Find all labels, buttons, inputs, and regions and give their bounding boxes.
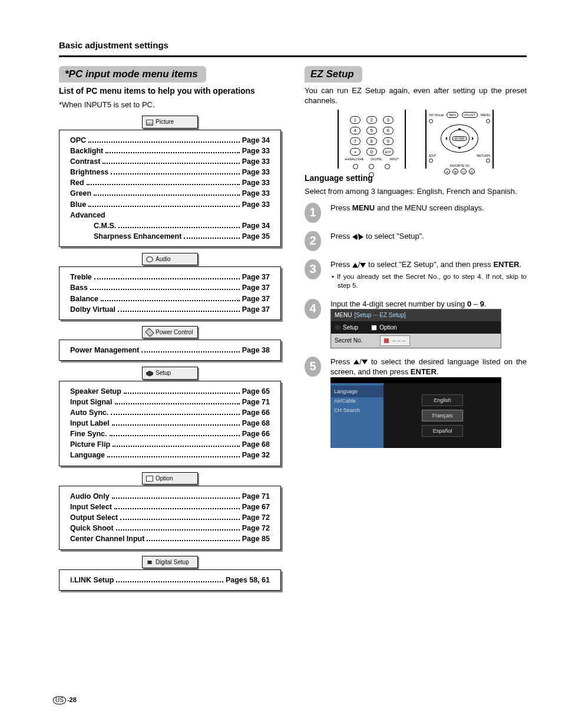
horizontal-rule — [59, 55, 527, 57]
left-column: *PC input mode menu items List of PC men… — [59, 66, 281, 687]
label-menu: MENU — [481, 113, 490, 117]
osd-side-language: Language — [330, 386, 384, 397]
dot-icon — [486, 159, 490, 163]
digital-setup-icon — [146, 559, 153, 565]
toc-box: i.LINK SetupPages 58, 61 — [59, 569, 281, 591]
toc-row: Center Channel InputPage 85 — [70, 533, 270, 544]
key-3: 3 — [383, 116, 394, 124]
toc-row: BalancePage 37 — [70, 294, 270, 304]
step-body: Press / to select "Setup". — [330, 231, 527, 242]
label-exit: EXIT — [429, 154, 436, 157]
osd-tab-setup: Setup — [335, 324, 358, 332]
toc-page: Page 66 — [242, 429, 270, 439]
toc-box: Power ManagementPage 38 — [59, 340, 281, 361]
dot-icon — [429, 159, 433, 163]
toc-page: Page 72 — [242, 512, 270, 523]
key-7: 7 — [350, 137, 361, 145]
arrow-left-icon — [444, 137, 447, 140]
label-analog: A•ANALOG•B — [345, 157, 363, 161]
toc-label: Input Signal — [70, 397, 113, 407]
arrow-up-icon — [458, 126, 461, 130]
remote-dpad-diagram: DD Virtual INFO CH LIST MENU ENTER EXITR… — [425, 110, 494, 169]
osd-side-aircable: Air/Cable — [334, 396, 380, 406]
toc-label: Sharpness Enhancement — [94, 231, 181, 242]
label-input: INPUT — [389, 157, 399, 161]
toc-page: Page 33 — [242, 156, 270, 167]
toc-page: Page 34 — [242, 220, 270, 231]
toc-page: Page 71 — [242, 491, 270, 502]
arrow-up-icon — [352, 263, 358, 268]
option-icon — [371, 325, 377, 331]
toc-page: Page 38 — [242, 345, 270, 355]
intro-text: You can run EZ Setup again, even after s… — [305, 86, 527, 106]
toc-label: Contrast — [70, 156, 100, 167]
step-body: Press / to select "EZ Setup", and then p… — [330, 259, 527, 291]
key-dot: • — [350, 148, 361, 156]
toc-page: Page 33 — [242, 177, 270, 188]
toc-row: Output SelectPage 72 — [70, 512, 270, 523]
toc-page: Page 33 — [242, 146, 270, 156]
leader-dots — [115, 403, 240, 404]
toc-row: GreenPage 33 — [70, 188, 270, 199]
abcd-row: ABCD — [428, 169, 491, 174]
page-number: US-28 — [53, 696, 77, 704]
toc-row: RedPage 33 — [70, 177, 270, 188]
toc-box: Speaker SetupPage 65Input SignalPage 71A… — [59, 381, 281, 466]
step: 4Input the 4-digit secret number by usin… — [305, 299, 527, 348]
toc-label: C.M.S. — [94, 220, 116, 231]
arrow-down-icon — [458, 147, 461, 151]
osd-tab-option: Option — [371, 324, 396, 332]
lang-desc: Select from among 3 languages: English, … — [305, 187, 527, 197]
toc-page: Page 32 — [242, 450, 270, 460]
toc-row: OPCPage 34 — [70, 135, 270, 146]
toc-row: Picture FlipPage 68 — [70, 439, 270, 450]
toc-label: Picture Flip — [70, 439, 110, 450]
toc-row: Sharpness EnhancementPage 35 — [70, 231, 270, 242]
toc-label: Output Select — [70, 512, 118, 523]
key-2: 2 — [366, 116, 377, 124]
leader-dots — [94, 195, 240, 196]
key-8: 8 — [366, 137, 377, 145]
toc-row: C.M.S.Page 34 — [70, 220, 270, 231]
toc-subhead: Advanced — [70, 210, 270, 220]
key-1: 1 — [350, 116, 361, 124]
step: 3Press / to select "EZ Setup", and then … — [305, 259, 527, 291]
toc-page: Page 33 — [242, 188, 270, 199]
leader-dots — [120, 519, 239, 520]
arrow-left-icon — [352, 234, 357, 240]
key-4: 4 — [350, 127, 361, 134]
toc-label: Treble — [70, 272, 92, 282]
menu-tab-power-control: Power Control — [142, 326, 198, 338]
section-title-ez: EZ Setup — [305, 66, 362, 83]
toc-row: Input SignalPage 71 — [70, 397, 270, 407]
dot-icon — [353, 164, 358, 169]
toc-page: Page 34 — [242, 135, 270, 146]
step-number: 4 — [305, 299, 321, 319]
lang-option: English — [422, 394, 463, 406]
lang-option: Español — [422, 425, 463, 437]
right-column: EZ Setup You can run EZ Setup again, eve… — [305, 66, 527, 687]
arrow-right-icon — [472, 137, 475, 140]
toc-page: Page 66 — [242, 407, 270, 418]
arrow-down-icon — [360, 263, 366, 268]
lang-option: Français — [422, 410, 463, 421]
audio-icon — [146, 256, 153, 262]
leader-dots — [110, 435, 240, 436]
toc-label: Brightness — [70, 167, 108, 177]
step: 1Press MENU and the MENU screen displays… — [305, 203, 527, 223]
toc-label: Fine Sync. — [70, 429, 107, 439]
leader-dots — [147, 540, 239, 541]
leader-dots — [107, 456, 240, 457]
setup-icon — [146, 371, 153, 377]
menu-tab-option: Option — [142, 472, 198, 485]
toc-page: Page 37 — [242, 282, 270, 293]
leader-dots — [90, 289, 240, 290]
toc-label: Balance — [70, 294, 98, 304]
toc-page: Page 37 — [242, 294, 270, 304]
leader-dots — [112, 498, 240, 499]
toc-page: Page 85 — [242, 533, 270, 544]
leader-dots — [114, 508, 240, 509]
osd-side-chsearch: CH Search — [334, 406, 380, 415]
toc-page: Page 65 — [242, 386, 270, 397]
note-text: *When INPUT5 is set to PC. — [59, 100, 281, 110]
